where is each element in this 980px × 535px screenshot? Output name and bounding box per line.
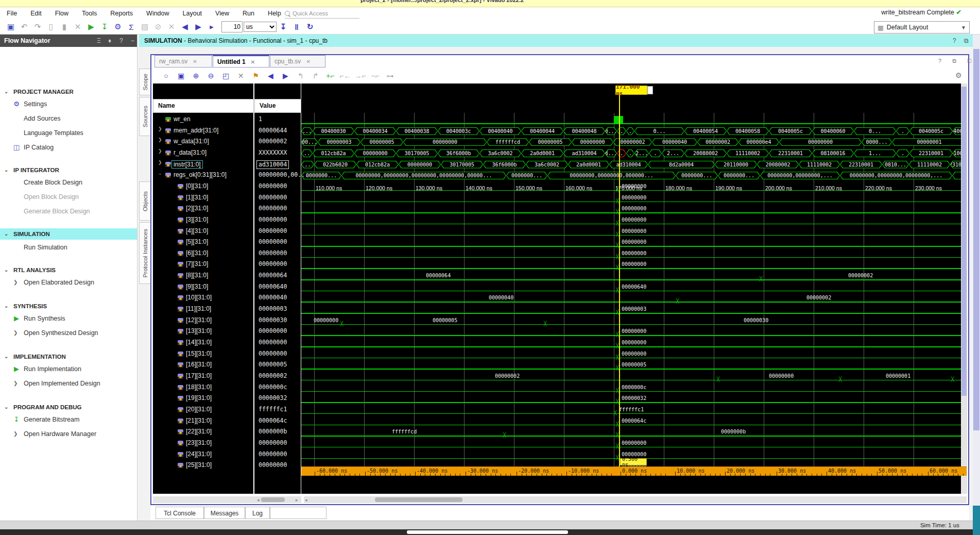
fn-item-generate-bitstream[interactable]: ↧Generate Bitstream xyxy=(0,414,137,425)
signal-row-name[interactable]: [4][31:0] xyxy=(153,226,253,237)
signal-row-value[interactable]: 00000000 xyxy=(254,248,301,259)
signal-row-name[interactable]: [25][31:0] xyxy=(153,460,253,471)
fn-section-program-and-debug[interactable]: ⌄PROGRAM AND DEBUG xyxy=(0,402,137,413)
signal-row-value[interactable]: 00000644 xyxy=(254,126,301,137)
signal-row-name[interactable]: [19][31:0] xyxy=(153,393,253,404)
run-icon[interactable]: ▶ xyxy=(84,22,98,31)
signal-row-name[interactable]: [3][31:0] xyxy=(153,215,253,226)
fn-section-implementation[interactable]: ⌄IMPLEMENTATION xyxy=(0,351,137,362)
wave-settings-gear-icon[interactable]: ⚙ xyxy=(955,71,962,79)
run-for-time-icon[interactable]: ▸ xyxy=(205,22,218,31)
signal-row-value[interactable]: 00000000 xyxy=(254,438,301,449)
side-tab-objects[interactable]: Objects xyxy=(139,181,150,221)
add-marker-icon[interactable]: ⚑ xyxy=(248,72,263,80)
console-tab-tcl-console[interactable]: Tcl Console xyxy=(156,507,204,519)
scroll-left-icon[interactable]: ◂ xyxy=(257,497,260,503)
signal-row-name[interactable]: ⌄regs_ok[0:31][31:0] xyxy=(153,170,253,181)
fn-section-project-manager[interactable]: ⌄PROJECT MANAGER xyxy=(0,86,137,97)
signal-row-value[interactable]: ad310004 xyxy=(254,159,301,170)
signal-row-value[interactable]: 00000000 xyxy=(254,449,301,460)
chevron-right-icon[interactable]: ❯ xyxy=(158,126,162,131)
side-tab-scope[interactable]: Scope xyxy=(139,69,150,95)
remove-marker-icon[interactable]: ✕ xyxy=(233,72,248,80)
signal-row-value[interactable]: 00000005 xyxy=(254,360,301,371)
relaunch-icon[interactable]: ↻ xyxy=(303,22,317,31)
swap-cursor-icon[interactable]: ↰ xyxy=(293,72,308,80)
signal-row-name[interactable]: [0][31:0] xyxy=(153,181,253,192)
signal-row-name[interactable]: [20][31:0] xyxy=(153,405,253,415)
signal-row-value[interactable]: 00000030 xyxy=(254,315,301,326)
fn-item-create-block-design[interactable]: Create Block Design xyxy=(0,177,137,188)
taskbar-item[interactable] xyxy=(407,530,568,534)
redo-icon[interactable]: ↷ xyxy=(31,22,44,31)
report-disabled-icon[interactable]: ▨ xyxy=(138,22,151,31)
signal-row-name[interactable]: [17][31:0] xyxy=(153,371,253,382)
signal-row-name[interactable]: [14][31:0] xyxy=(153,338,253,348)
chevron-right-icon[interactable]: ❯ xyxy=(158,137,162,142)
add-flag-icon[interactable]: +⌐ xyxy=(323,72,338,80)
signal-row-value[interactable]: 00000002 xyxy=(254,371,301,382)
undo-icon[interactable]: ↶ xyxy=(18,22,31,31)
tab-untitled-1[interactable]: Untitled 1✕ xyxy=(213,55,269,68)
signal-row-name[interactable]: [2][31:0] xyxy=(153,204,253,214)
signal-row-name[interactable]: [24][31:0] xyxy=(153,449,253,460)
wave-hscroll-thumb[interactable] xyxy=(375,497,462,502)
menu-run[interactable]: Run xyxy=(236,7,261,20)
fn-item-run-simulation[interactable]: Run Simulation xyxy=(0,242,137,253)
signal-row-name[interactable]: ❯instr[31:0] xyxy=(153,159,253,170)
panel-float-icon[interactable]: ⧉ xyxy=(964,35,969,47)
menu-window[interactable]: Window xyxy=(140,7,176,20)
close-icon[interactable]: ✕ xyxy=(306,59,310,64)
fn-item-run-synthesis[interactable]: ▶Run Synthesis xyxy=(0,313,137,324)
side-tab-sources[interactable]: Sources xyxy=(139,97,150,136)
scroll-right-icon[interactable]: ▸ xyxy=(296,497,298,503)
signal-row-value[interactable]: ffffffc1 xyxy=(254,405,301,415)
close-icon[interactable]: ✕ xyxy=(193,59,197,64)
signal-row-value[interactable]: 00000000 xyxy=(254,349,301,360)
zoom-out-icon[interactable]: ⊖ xyxy=(203,72,218,80)
waveform-canvas[interactable]: 110.000 ns120.000 ns130.000 ns140.000 ns… xyxy=(301,83,967,494)
sum-report-icon[interactable]: Σ xyxy=(125,23,138,31)
fn-section-ip-integrator[interactable]: ⌄IP INTEGRATOR xyxy=(0,164,137,176)
signal-row-name[interactable]: wr_en xyxy=(153,114,253,125)
signal-row-name[interactable]: [22][31:0] xyxy=(153,427,253,438)
signal-row-name[interactable]: [23][31:0] xyxy=(153,438,253,449)
chevron-down-icon[interactable]: ⌄ xyxy=(158,171,162,176)
signal-row-name[interactable]: [12][31:0] xyxy=(153,315,253,326)
signal-row-name[interactable]: [1][31:0] xyxy=(153,193,253,204)
layout-selector-dropdown[interactable]: ▦ Default Layout ▼ xyxy=(874,21,970,34)
cursor-chip-handle[interactable] xyxy=(647,86,653,94)
window-vscroll-thumb[interactable] xyxy=(973,49,979,430)
signal-row-value[interactable]: 00000000 xyxy=(254,338,301,348)
collapse-all-icon[interactable]: Ξ xyxy=(97,35,101,47)
signal-row-name[interactable]: [7][31:0] xyxy=(153,259,253,270)
menu-layout[interactable]: Layout xyxy=(176,7,209,20)
signal-row-name[interactable]: [16][31:0] xyxy=(153,360,253,371)
time-unit-select[interactable]: us xyxy=(244,22,277,32)
fn-section-rtl-analysis[interactable]: ⌄RTL ANALYSIS xyxy=(0,264,137,276)
signal-row-value[interactable]: 0000000b xyxy=(254,427,301,438)
panel-help-icon[interactable]: ? xyxy=(953,35,956,47)
menu-view[interactable]: View xyxy=(209,7,236,20)
previous-transition-icon[interactable]: ◀ xyxy=(263,72,278,80)
next-transition-icon[interactable]: ▶ xyxy=(278,72,293,80)
signal-row-value[interactable]: 00000640 xyxy=(254,282,301,293)
signal-row-name[interactable]: ❯r_data[31:0] xyxy=(153,148,253,159)
signal-row-name[interactable]: [13][31:0] xyxy=(153,326,253,337)
zoom-fit-icon[interactable]: ◰ xyxy=(218,72,233,80)
dock-icon[interactable]: ♦ xyxy=(108,35,111,47)
signal-row-value[interactable]: 0000064c xyxy=(254,416,301,427)
help-icon[interactable]: ? xyxy=(119,35,123,47)
goto-begin-icon[interactable]: ⌐← xyxy=(338,72,353,80)
menu-edit[interactable]: Edit xyxy=(24,7,48,20)
scroll-left-icon[interactable]: ◂ xyxy=(305,497,307,503)
chevron-right-icon[interactable]: ❯ xyxy=(158,160,162,165)
signal-row-value[interactable]: 00000000 xyxy=(254,237,301,248)
fn-section-simulation[interactable]: ⌄SIMULATION xyxy=(0,228,137,240)
paste-icon[interactable]: ▮ xyxy=(58,22,71,31)
save-project-icon[interactable]: ▣ xyxy=(4,22,18,31)
break-icon[interactable]: ‖ xyxy=(290,23,303,31)
run-all-icon[interactable]: ▶ xyxy=(192,22,205,31)
signal-row-value[interactable]: 00000000 xyxy=(254,259,301,270)
console-tab-log[interactable]: Log xyxy=(245,507,270,519)
